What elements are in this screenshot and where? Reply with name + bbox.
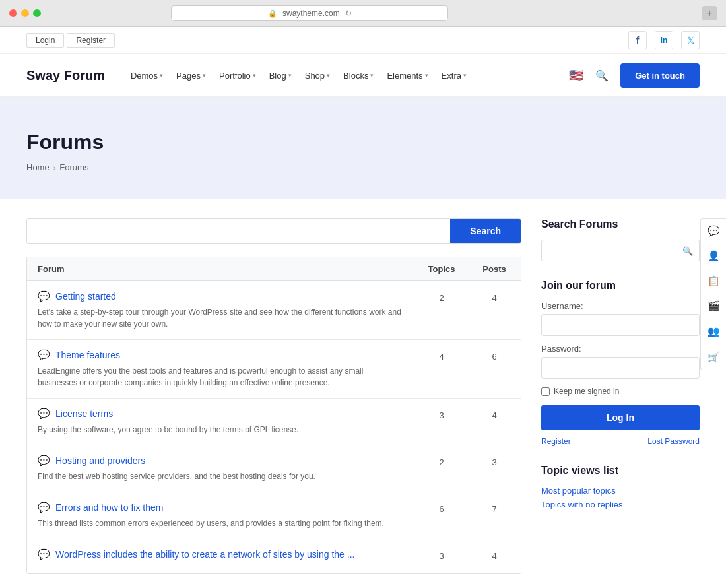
sidebar-search-title: Search Forums <box>541 218 700 230</box>
username-group: Username: <box>541 301 700 336</box>
topic-link-popular[interactable]: Most popular topics <box>541 486 700 496</box>
content-area: Search Forum Topics Posts 💬 Getting star… <box>0 199 726 588</box>
facebook-icon[interactable]: f <box>628 31 647 49</box>
header-search-btn[interactable]: 🔍 <box>593 67 611 84</box>
topic-views-section: Topic views list Most popular topics Top… <box>541 465 700 509</box>
forum-link[interactable]: Theme features <box>55 350 120 360</box>
forum-chat-icon: 💬 <box>38 548 50 560</box>
demos-arrow: ▾ <box>160 72 163 79</box>
get-in-touch-button[interactable]: Get in touch <box>620 63 700 88</box>
nav-shop[interactable]: Shop ▾ <box>299 65 336 86</box>
nav-blog[interactable]: Blog ▾ <box>263 65 298 86</box>
nav-demos[interactable]: Demos ▾ <box>125 65 169 86</box>
cart-panel-icon[interactable]: 🛒 <box>701 344 726 370</box>
sidebar-search-icon: 🔍 <box>682 245 693 255</box>
register-button[interactable]: Register <box>67 33 115 48</box>
forum-desc: Find the best web hosting service provid… <box>38 471 405 482</box>
forum-row: 💬 License terms By using the software, y… <box>27 399 521 445</box>
chat-panel-icon[interactable]: 💬 <box>701 219 726 244</box>
forum-chat-icon: 💬 <box>38 455 50 467</box>
col-forum-label: Forum <box>27 257 415 280</box>
nav-pages[interactable]: Pages ▾ <box>170 65 212 86</box>
forum-search-bar: Search <box>26 218 521 244</box>
username-input[interactable] <box>541 314 700 336</box>
forum-title: 💬 Errors and how to fix them <box>38 502 405 513</box>
nav-extra[interactable]: Extra ▾ <box>436 65 473 86</box>
col-topics-label: Topics <box>415 257 468 280</box>
login-button[interactable]: Login <box>26 33 64 48</box>
keep-signed-row: Keep me signed in <box>541 387 700 396</box>
browser-dots <box>9 9 41 17</box>
forum-title: 💬 Theme features <box>38 349 405 361</box>
password-group: Password: <box>541 344 700 379</box>
video-panel-icon[interactable]: 🎬 <box>701 294 726 319</box>
nav-blocks[interactable]: Blocks ▾ <box>337 65 380 86</box>
sidebar-search-section: Search Forums 🔍 <box>541 218 700 261</box>
forum-main: Search Forum Topics Posts 💬 Getting star… <box>26 218 521 574</box>
keep-signed-checkbox[interactable] <box>541 387 550 396</box>
forum-topics: 3 <box>415 539 468 573</box>
topic-link-no-replies[interactable]: Topics with no replies <box>541 500 700 509</box>
keep-signed-label[interactable]: Keep me signed in <box>554 387 619 396</box>
forum-chat-icon: 💬 <box>38 349 50 361</box>
forum-posts: 6 <box>468 340 521 374</box>
forum-chat-icon: 💬 <box>38 290 50 302</box>
forum-title: 💬 License terms <box>38 408 405 420</box>
user-panel-icon[interactable]: 👤 <box>701 244 726 269</box>
address-bar[interactable]: 🔒 swaytheme.com ↻ <box>171 5 448 21</box>
forum-search-button[interactable]: Search <box>450 219 521 243</box>
blog-arrow: ▾ <box>288 72 292 79</box>
breadcrumb-home[interactable]: Home <box>26 162 50 172</box>
forum-link[interactable]: Hosting and providers <box>55 455 145 466</box>
register-link[interactable]: Register <box>541 437 571 446</box>
document-panel-icon[interactable]: 📋 <box>701 269 726 294</box>
flag-icon[interactable]: 🇺🇸 <box>569 68 583 82</box>
forum-link[interactable]: WordPress includes the ability to create… <box>55 549 354 560</box>
forum-link[interactable]: License terms <box>55 408 113 419</box>
portfolio-arrow: ▾ <box>253 72 256 79</box>
forum-row: 💬 Theme features LeadEngine offers you t… <box>27 340 521 399</box>
forum-chat-icon: 💬 <box>38 502 50 513</box>
new-tab-btn[interactable]: + <box>702 6 717 20</box>
main-header: Sway Forum Demos ▾ Pages ▾ Portfolio ▾ B… <box>0 54 726 97</box>
username-label: Username: <box>541 301 700 311</box>
col-posts-label: Posts <box>468 257 521 280</box>
reload-icon[interactable]: ↻ <box>345 9 352 18</box>
linkedin-icon[interactable]: in <box>655 31 673 49</box>
login-submit-button[interactable]: Log In <box>541 405 700 430</box>
forum-topics: 4 <box>415 340 468 374</box>
nav-portfolio[interactable]: Portfolio ▾ <box>213 65 262 86</box>
browser-chrome: 🔒 swaytheme.com ↻ + <box>0 0 726 27</box>
twitter-icon[interactable]: 𝕏 <box>681 31 700 49</box>
lost-password-link[interactable]: Lost Password <box>647 437 700 446</box>
social-icons: f in 𝕏 <box>628 31 700 49</box>
users-panel-icon[interactable]: 👥 <box>701 319 726 344</box>
forum-table-header: Forum Topics Posts <box>27 257 521 281</box>
forum-title: 💬 Getting started <box>38 290 405 302</box>
forum-desc: This thread lists common errors experien… <box>38 517 405 529</box>
forum-search-input[interactable] <box>27 219 450 243</box>
form-links: Register Lost Password <box>541 437 700 446</box>
elements-arrow: ▾ <box>425 72 428 79</box>
forum-cell: 💬 Theme features LeadEngine offers you t… <box>27 340 415 398</box>
forum-table: Forum Topics Posts 💬 Getting started Let… <box>26 257 521 574</box>
forum-cell: 💬 License terms By using the software, y… <box>27 399 415 445</box>
forum-link[interactable]: Getting started <box>55 291 116 302</box>
forum-desc: LeadEngine offers you the best tools and… <box>38 365 405 389</box>
forum-topics: 2 <box>415 445 468 479</box>
extra-arrow: ▾ <box>463 72 467 79</box>
main-nav: Demos ▾ Pages ▾ Portfolio ▾ Blog ▾ Shop … <box>125 65 556 86</box>
forum-posts: 4 <box>468 539 521 573</box>
forum-cell: 💬 WordPress includes the ability to crea… <box>27 539 415 573</box>
password-input[interactable] <box>541 357 700 379</box>
nav-elements[interactable]: Elements ▾ <box>381 65 434 86</box>
breadcrumb-separator: › <box>53 164 56 172</box>
forum-link[interactable]: Errors and how to fix them <box>55 502 163 513</box>
forum-cell: 💬 Hosting and providers Find the best we… <box>27 445 415 492</box>
site-logo[interactable]: Sway Forum <box>26 68 105 83</box>
sidebar-search-input[interactable] <box>541 240 700 261</box>
breadcrumb-current: Forums <box>59 162 88 172</box>
forum-desc: Let's take a step-by-step tour through y… <box>38 306 405 330</box>
forum-cell: 💬 Getting started Let's take a step-by-s… <box>27 281 415 339</box>
forum-topics: 6 <box>415 492 468 526</box>
